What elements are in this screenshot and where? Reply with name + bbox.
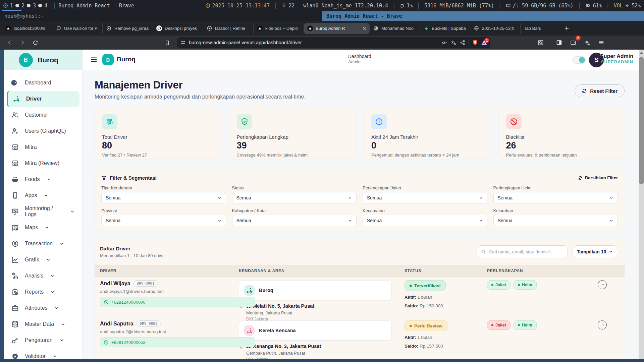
whatsapp-badge[interactable]: +6281240000053 xyxy=(100,337,255,347)
tab-close-icon[interactable] xyxy=(363,26,366,30)
browser-tab[interactable]: Dasbor | Refine xyxy=(203,23,254,34)
chevron-down-icon xyxy=(54,306,59,310)
hamburger-icon[interactable] xyxy=(90,56,98,64)
brightness-icon xyxy=(281,3,286,8)
sidebar-item-monitoring-logs[interactable]: Monitoring / Logs xyxy=(7,203,79,220)
sidebar-item-attributes[interactable]: Attributes xyxy=(7,300,79,316)
browser-tab[interactable]: localhost:3000/s xyxy=(2,23,52,34)
refresh-icon xyxy=(582,88,587,94)
brave-shield-icon[interactable] xyxy=(472,40,478,46)
sidebar-item-foods[interactable]: Foods xyxy=(7,171,79,187)
url-bar[interactable]: buroq-new-admin-panel.vercel.app/dashboa… xyxy=(177,37,490,48)
browser-tab[interactable]: Remove pg_isrea xyxy=(103,23,153,34)
sidebar-item-customer[interactable]: Customer xyxy=(7,107,79,123)
new-tab-button[interactable] xyxy=(564,26,569,31)
status-badge: Terverifikasi xyxy=(405,280,446,291)
user-info: Super Admin SUPERADMIN xyxy=(600,53,633,65)
translate-icon[interactable] xyxy=(451,40,457,46)
page-size-select[interactable]: Tampilkan 10 xyxy=(573,245,617,258)
tipe-kendaraan-select[interactable]: Semua xyxy=(101,192,226,203)
filter-field-perlengkapan-helm: Perlengkapan Helm Semua xyxy=(493,185,618,203)
workspace-number[interactable]: 4 xyxy=(44,3,47,9)
reset-filter-button[interactable]: Reset Filter xyxy=(575,84,625,97)
filter-field-provinsi: Provinsi Semua xyxy=(101,208,226,226)
wm-tab-browser[interactable]: Buroq Admin React - Brave xyxy=(322,11,644,21)
brand-logo: B xyxy=(19,53,33,67)
sidebar-item-master-data[interactable]: Master Data xyxy=(7,316,79,332)
driver-district: Menteng, Jakarta Pusat xyxy=(246,310,399,315)
url-text[interactable]: buroq-new-admin-panel.vercel.app/dashboa… xyxy=(189,40,442,45)
kecamatan-select[interactable]: Semua xyxy=(363,215,487,226)
wallet-icon[interactable]: 2 xyxy=(568,38,578,48)
sidebar-item-maps[interactable]: Maps xyxy=(7,220,79,236)
sidebar-item-driver[interactable]: Driver xyxy=(7,91,79,107)
sidebar-item-pengaturan[interactable]: Pengaturan xyxy=(7,332,79,348)
clock-icon xyxy=(371,114,387,129)
sidebar-item-mitra-review[interactable]: Mitra (Review) xyxy=(7,155,79,171)
table-title: Daftar Driver xyxy=(100,246,165,251)
whatsapp-badge[interactable]: +6281240000000 xyxy=(100,297,255,307)
browser-tab[interactable]: 2025-10-25-13:0 xyxy=(470,23,521,34)
browser-tab[interactable]: Deskripsi proyek xyxy=(153,23,203,34)
perlengkapan-helm-select[interactable]: Semua xyxy=(493,192,618,203)
driver-search[interactable] xyxy=(477,245,568,258)
browser-tab-active[interactable]: Buroq Admin R xyxy=(304,23,370,34)
sidebar-item-transaction[interactable]: Transaction xyxy=(7,236,79,252)
stat-value: 39 xyxy=(237,140,348,151)
sidebar-item-reports[interactable]: Reports xyxy=(7,284,79,300)
volume-icon xyxy=(625,3,630,8)
page-scrollbar[interactable] xyxy=(639,50,644,359)
scrollbar-thumb[interactable] xyxy=(639,57,644,184)
provinsi-select[interactable]: Semua xyxy=(101,215,226,226)
map-icon xyxy=(11,224,19,231)
sidebar-item-apps[interactable]: Apps xyxy=(7,187,79,203)
sidebar-item-grafik[interactable]: Grafik xyxy=(7,252,79,268)
search-tabs-icon[interactable] xyxy=(536,38,546,48)
vercel-favicon xyxy=(307,25,313,31)
back-icon[interactable] xyxy=(5,38,15,48)
search-input[interactable] xyxy=(489,249,564,254)
saldo-value: Rp 157.500 xyxy=(420,344,443,349)
brave-rewards-icon[interactable]: 1 xyxy=(481,40,487,45)
filter-field-status: Status Semua xyxy=(232,185,357,203)
browser-tab[interactable]: Mohammad Noo xyxy=(370,23,420,34)
chevron-down-icon xyxy=(479,219,483,223)
workspace-switcher[interactable]: 1 2 3 4 xyxy=(3,3,47,9)
site-settings-icon[interactable] xyxy=(180,40,185,45)
row-actions-button[interactable] xyxy=(598,280,607,289)
page-content: Manajemen Driver Monitoring kesiapan arm… xyxy=(83,70,639,359)
browser-tab[interactable]: Buckets | Supaba xyxy=(420,23,470,34)
sidebar-toggle-icon[interactable] xyxy=(554,38,564,48)
sidebar-item-dashboard[interactable]: Dashboard xyxy=(7,75,79,91)
leo-ai-icon[interactable] xyxy=(582,38,592,48)
browser-tab[interactable]: kios-pos – Deplo xyxy=(254,23,304,34)
sidebar-item-users-graphql[interactable]: Users (GraphQL) xyxy=(7,123,79,139)
browser-tab[interactable]: Tab Baru xyxy=(521,23,561,34)
refine-favicon xyxy=(207,25,212,31)
workspace-number[interactable]: 3 xyxy=(33,3,36,9)
forward-icon[interactable] xyxy=(17,38,28,48)
sidebar-item-analisis[interactable]: Analisis xyxy=(7,268,79,284)
line-chart-icon xyxy=(11,256,19,263)
search-icon xyxy=(481,249,486,254)
row-actions-button[interactable] xyxy=(598,320,607,329)
scroll-up-arrow[interactable] xyxy=(640,52,643,54)
kelurahan-select[interactable]: Semua xyxy=(493,215,618,226)
reload-icon[interactable] xyxy=(30,38,40,48)
browser-tab[interactable]: Use wait-on for P xyxy=(52,23,103,34)
clear-filter-button[interactable]: Bersihkan Filter xyxy=(578,175,618,180)
workspace-number[interactable]: 1 xyxy=(10,3,13,9)
menu-icon[interactable] xyxy=(596,38,606,48)
share-icon[interactable] xyxy=(460,40,465,45)
password-key-icon[interactable] xyxy=(442,40,447,46)
sidebar-item-mitra[interactable]: Mitra xyxy=(7,139,79,155)
wm-tab-terminal[interactable]: noah@myhost:~ xyxy=(0,11,322,21)
perlengkapan-jaket-select[interactable]: Semua xyxy=(363,192,487,203)
status-select[interactable]: Semua xyxy=(232,192,357,203)
gear-badge-helm: Helm xyxy=(514,280,537,290)
theme-toggle[interactable] xyxy=(572,56,586,64)
bookmark-icon[interactable] xyxy=(162,38,172,48)
sidebar-item-validator[interactable]: Validator xyxy=(7,348,79,359)
kabupaten-select[interactable]: Semua xyxy=(232,215,357,226)
workspace-number[interactable]: 2 xyxy=(21,3,24,9)
